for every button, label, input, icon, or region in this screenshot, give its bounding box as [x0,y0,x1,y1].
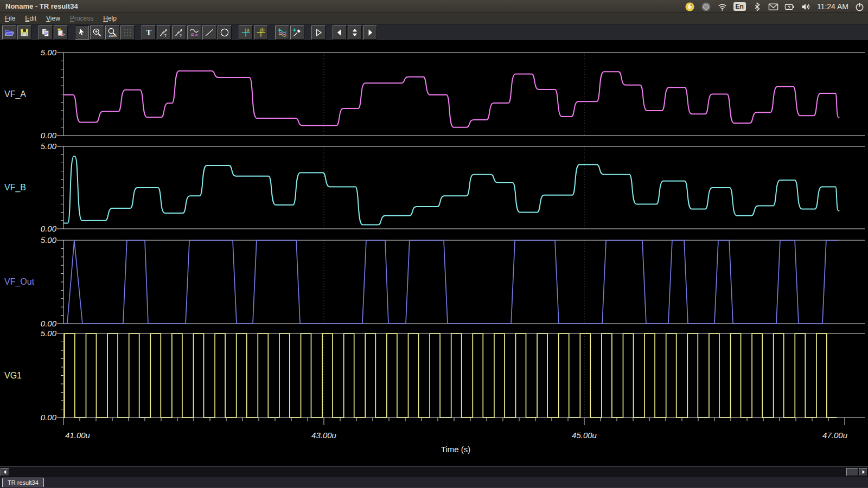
svg-text:T: T [146,28,151,37]
ellipse-icon [219,27,230,38]
x-tick-label-45.00u: 45.00u [572,431,597,440]
prev-icon [334,27,345,38]
mail-icon[interactable] [768,2,778,12]
tab-label: TR result34 [8,479,39,486]
scroll-left-button[interactable] [1,468,9,476]
menu-item-file[interactable]: File [0,13,20,24]
x-tick-label-47.00u: 47.00u [822,431,848,440]
title-bar[interactable]: Noname - TR result34 En11:24 AM [0,0,868,13]
svg-text:100%: 100% [108,34,117,37]
copy-button[interactable] [39,25,53,40]
waveform-plot-area[interactable]: 5.000.00VF_A5.000.00VF_B5.000.00VF_Out5.… [0,40,868,466]
x-axis-title: Time (s) [441,445,470,454]
y-tick-label-top: 5.00 [41,48,57,57]
cursor-b-button[interactable]: b [254,25,268,40]
scrollbar-thumb[interactable] [846,468,858,476]
tab-tr-result34[interactable]: TR result34 [2,478,44,487]
trace-vg1[interactable] [63,333,837,418]
page-spinner[interactable] [348,25,362,40]
next-icon [365,27,375,38]
select-cursor-button[interactable] [75,25,89,40]
language-badge[interactable]: En [733,2,746,11]
ellipse-tool-button[interactable] [218,25,232,40]
save-icon [19,27,30,38]
pick-icon [292,27,303,38]
svg-text:b: b [262,27,265,33]
volume-icon[interactable] [801,2,811,12]
horizontal-scrollbar[interactable] [0,466,868,477]
curve-legend-button[interactable]: = [187,25,201,40]
open-file-button[interactable] [2,25,16,40]
notifier-icon[interactable] [685,2,695,12]
line-tool-button[interactable] [202,25,216,40]
waves-icon [277,27,288,38]
zoom-in-button[interactable] [90,25,104,40]
waveform-plot-svg[interactable]: 5.000.00VF_A5.000.00VF_B5.000.00VF_Out5.… [0,40,868,466]
paste-button[interactable] [54,25,68,40]
y-tick-label-bottom: 0.00 [41,319,57,328]
arrow-right-icon [861,470,866,474]
y-tick-label-top: 5.00 [41,235,57,245]
zoomin-icon [92,27,103,38]
page-next-button[interactable] [363,25,377,40]
panel-label-vf_b: VF_B [4,183,26,192]
trace-vf_b[interactable] [63,156,839,224]
system-sphere-icon[interactable] [701,2,711,12]
zoom100-icon: 100% [107,27,118,38]
add-curves-button[interactable] [275,25,289,40]
battery-icon[interactable] [784,2,795,12]
cursorb-icon: b [256,27,266,38]
zoom-100-button[interactable]: 100% [105,25,119,40]
open-icon [4,27,15,38]
y-tick-label-bottom: 0.00 [41,131,57,140]
grid-icon [122,27,133,38]
panel-label-vf_a: VF_A [4,89,26,99]
menu-item-process: Process [65,13,98,24]
system-tray: En11:24 AM [685,0,865,13]
bluetooth-icon[interactable] [752,2,762,12]
svg-text:a: a [247,27,250,33]
cursor-icon [76,27,87,38]
menu-item-help[interactable]: Help [98,13,122,24]
svg-text:T: T [164,33,167,37]
paste-icon [55,27,66,38]
run-analysis-button[interactable] [311,25,326,40]
svg-text:=: = [195,32,198,37]
text-icon: T [143,27,154,38]
x-tick-label-41.00u: 41.00u [65,431,91,440]
scroll-right-button[interactable] [859,468,867,476]
probe2-icon: ? [174,27,184,38]
copy-icon [40,27,51,38]
page-prev-button[interactable] [333,25,347,40]
curveeq-icon: = [189,27,200,38]
y-tick-label-bottom: 0.00 [41,413,57,422]
y-tick-label-top: 5.00 [41,329,57,338]
window-title: Noname - TR result34 [5,2,78,10]
spin-icon [349,27,360,38]
trace-vf_a[interactable] [63,71,839,127]
arrow-left-icon [3,470,8,474]
cursora-icon: a [240,27,251,38]
pick-curve-button[interactable] [290,25,304,40]
annotate-query-button[interactable]: ? [172,25,186,40]
trace-vf_out[interactable] [63,240,838,324]
save-file-button[interactable] [17,25,31,40]
menu-item-edit[interactable]: Edit [20,13,41,24]
result-tab-bar: TR result34 [0,477,868,487]
panel-label-vg1: VG1 [4,371,22,380]
svg-text:?: ? [180,33,182,37]
grid-toggle-button[interactable] [120,25,135,40]
play-icon [313,27,324,38]
panel-label-vf_out: VF_Out [4,277,35,287]
toolbar: 100%TT?=ab [0,24,868,40]
wifi-icon[interactable] [717,2,727,12]
y-tick-label-bottom: 0.00 [41,224,57,233]
clock-text[interactable]: 11:24 AM [817,0,848,13]
x-tick-label-43.00u: 43.00u [311,431,337,440]
power-icon[interactable] [854,2,865,12]
annotate-arrow-button[interactable]: T [157,25,171,40]
menu-item-view[interactable]: View [41,13,65,24]
cursor-a-button[interactable]: a [239,25,253,40]
text-tool-button[interactable]: T [142,25,156,40]
y-tick-label-top: 5.00 [41,142,57,151]
